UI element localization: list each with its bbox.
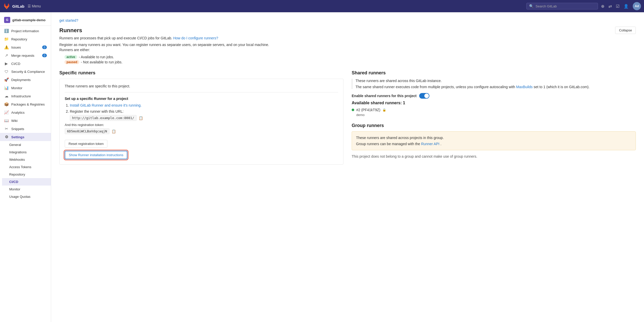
topnav-actions: ⊕ ⇄ ☑ 👤 Ad	[601, 2, 641, 10]
setup-step-2: Register the runner with this URL: http:…	[70, 109, 338, 121]
project-name: gitlab-example-demo	[12, 18, 46, 22]
group-runners-title: Group runners	[352, 123, 636, 128]
group-note: This project does not belong to a group …	[352, 154, 636, 158]
copy-token-icon[interactable]: 📋	[112, 129, 116, 133]
plus-icon[interactable]: ⊕	[601, 4, 604, 9]
install-runner-link[interactable]: Install GitLab Runner and ensure it's ru…	[70, 103, 142, 107]
enable-shared-toggle[interactable]	[419, 93, 429, 99]
sidebar-item-settings[interactable]: ⚙ Settings	[0, 133, 51, 141]
copy-url-icon[interactable]: 📋	[139, 116, 143, 120]
get-started-link[interactable]: get started?	[59, 18, 78, 22]
todo-icon[interactable]: ☑	[616, 4, 619, 9]
get-started-section: get started?	[59, 18, 636, 22]
active-badge: active	[64, 55, 77, 59]
shared-desc-2: The same shared runner executes code fro…	[356, 85, 636, 89]
status-paused-item: paused - Not available to run jobs.	[64, 60, 636, 64]
collapse-button[interactable]: Collapse	[615, 27, 636, 34]
search-icon: 🔍	[529, 4, 534, 8]
runner-api-link[interactable]: Runner API	[421, 142, 440, 146]
info-icon: ℹ️	[4, 29, 9, 33]
sidebar-item-webhooks[interactable]: Webhooks	[2, 156, 51, 163]
repository-icon: 📁	[4, 37, 9, 41]
monitor-icon: 📊	[4, 86, 9, 90]
sidebar-item-integrations[interactable]: Integrations	[2, 148, 51, 156]
group-desc-2: Group runners can be managed with the Ru…	[356, 142, 631, 146]
sidebar: G gitlab-example-demo ℹ️ Project informa…	[0, 12, 51, 322]
registration-token-value: 6D5mo8iWCLBaVdqcaqjN	[65, 128, 109, 134]
runners-title: Runners	[59, 27, 82, 34]
configure-runners-link[interactable]: How do I configure runners?	[173, 36, 218, 40]
runner-url-value: http://gitlab.example.com:8081/	[70, 115, 137, 121]
sidebar-item-monitor-sub[interactable]: Monitor	[2, 186, 51, 193]
wiki-icon: 📖	[4, 118, 9, 123]
menu-button[interactable]: ☰ Menu	[28, 4, 41, 8]
hamburger-icon: ☰	[28, 4, 31, 8]
sidebar-item-merge-requests[interactable]: ↗ Merge requests 0	[0, 51, 51, 60]
sidebar-item-security-compliance[interactable]: 🛡 Security & Compliance	[0, 68, 51, 76]
merge-request-icon[interactable]: ⇄	[608, 4, 612, 9]
status-list: active - Available to run jobs. paused -…	[64, 55, 636, 64]
runners-columns: Specific runners These runners are speci…	[59, 70, 636, 165]
project-header: G gitlab-example-demo	[0, 14, 51, 26]
sidebar-item-packages-registries[interactable]: 📦 Packages & Registries	[0, 100, 51, 108]
show-instructions-button[interactable]: Show Runner installation instructions	[65, 151, 127, 159]
reset-token-button[interactable]: Reset registration token	[65, 140, 107, 148]
search-input[interactable]	[536, 4, 595, 8]
sidebar-item-snippets[interactable]: ✂ Snippets	[0, 125, 51, 133]
setup-title: Set up a specific Runner for a project	[65, 97, 338, 101]
sidebar-item-deployments[interactable]: 🚀 Deployments	[0, 76, 51, 84]
sidebar-item-repository-sub[interactable]: Repository	[2, 171, 51, 178]
specific-runners-box: These runners are specific to this proje…	[59, 79, 343, 165]
group-runners-box: These runners are shared across projects…	[352, 131, 636, 150]
sidebar-item-wiki[interactable]: 📖 Wiki	[0, 117, 51, 125]
shared-runners-title: Shared runners	[352, 70, 636, 76]
shared-runners-desc: These runners are shared across this Git…	[352, 79, 636, 89]
analytics-icon: 📈	[4, 110, 9, 115]
sidebar-item-issues[interactable]: ⚠️ Issues 0	[0, 43, 51, 51]
runner-status-dot	[352, 109, 354, 111]
specific-runners-desc: These runners are specific to this proje…	[65, 84, 338, 93]
runner-url-row: http://gitlab.example.com:8081/ 📋	[70, 115, 338, 121]
deployments-icon: 🚀	[4, 77, 9, 82]
gitlab-logo[interactable]: GitLab	[3, 3, 25, 10]
group-runners-section: Group runners These runners are shared a…	[352, 123, 636, 158]
sidebar-item-general[interactable]: General	[2, 141, 51, 148]
sidebar-item-access-tokens[interactable]: Access Tokens	[2, 163, 51, 171]
avatar[interactable]: Ad	[633, 2, 641, 10]
paused-badge: paused	[64, 60, 79, 64]
group-desc-1: These runners are shared across projects…	[356, 136, 631, 140]
merge-requests-icon: ↗	[4, 53, 9, 58]
runner-lock-icon: 🔒	[382, 108, 386, 112]
cicd-icon: ▶	[4, 61, 9, 66]
sidebar-item-cicd[interactable]: ▶ CI/CD	[0, 60, 51, 68]
registration-token-label: And this registration token:	[65, 123, 338, 127]
buttons-row: Reset registration token Show Runner ins…	[65, 136, 338, 159]
user-status-icon[interactable]: 👤	[624, 4, 629, 9]
main-content: get started? Runners Collapse Runners ar…	[51, 12, 644, 322]
shared-runner-item: #2 (PF41kT9Z) 🔒	[352, 108, 636, 112]
top-navigation: GitLab ☰ Menu 🔍 ⊕ ⇄ ☑ 👤 Ad	[0, 0, 644, 12]
sidebar-item-cicd-sub[interactable]: CI/CD	[2, 178, 51, 186]
sidebar-item-repository[interactable]: 📁 Repository	[0, 35, 51, 43]
setup-step-1: Install GitLab Runner and ensure it's ru…	[70, 103, 338, 107]
runners-header: Runners Collapse	[59, 27, 636, 34]
search-box[interactable]: 🔍	[526, 3, 598, 9]
merge-requests-badge: 0	[42, 54, 47, 57]
registration-token-row: 6D5mo8iWCLBaVdqcaqjN 📋	[65, 128, 338, 134]
runners-are-either: Runners are either:	[59, 48, 636, 52]
sidebar-item-project-information[interactable]: ℹ️ Project information	[0, 27, 51, 35]
shared-runners-col: Shared runners These runners are shared …	[352, 70, 636, 165]
specific-runners-title: Specific runners	[59, 70, 343, 76]
project-avatar: G	[4, 17, 10, 23]
available-shared-title: Available shared runners: 1	[352, 101, 636, 105]
infrastructure-icon: ☁	[4, 94, 9, 98]
gitlab-logo-text: GitLab	[12, 4, 25, 8]
issues-badge: 0	[42, 45, 47, 49]
register-desc: Register as many runners as you want. Yo…	[59, 43, 636, 47]
sidebar-item-usage-quotas[interactable]: Usage Quotas	[2, 193, 51, 200]
sidebar-item-infrastructure[interactable]: ☁ Infrastructure	[0, 92, 51, 100]
enable-shared-label: Enable shared runners for this project	[352, 94, 417, 98]
maxbuilds-link[interactable]: MaxBuilds	[516, 85, 533, 89]
sidebar-item-monitor[interactable]: 📊 Monitor	[0, 84, 51, 92]
sidebar-item-analytics[interactable]: 📈 Analytics	[0, 108, 51, 117]
